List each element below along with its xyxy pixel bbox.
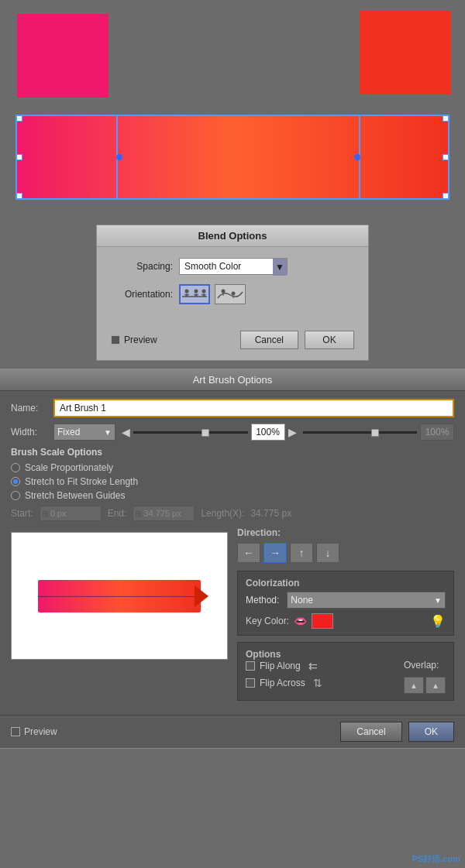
- flip-across-checkbox[interactable]: [246, 678, 255, 688]
- scale-proportionately-radio[interactable]: [11, 463, 20, 472]
- eyedropper-icon[interactable]: 👄: [294, 615, 307, 627]
- blend-dialog-wrapper: Blend Options Spacing: Smooth Color ▼ Or…: [0, 225, 465, 361]
- overlap-label: Overlap:: [404, 660, 439, 671]
- width-slider-thumb[interactable]: [202, 429, 209, 437]
- dir-btn-right[interactable]: →: [264, 543, 287, 563]
- orientation-btn-path[interactable]: [215, 284, 246, 304]
- start-spinner: ⊞: [40, 509, 50, 519]
- orientation-btn-align[interactable]: [179, 284, 210, 304]
- width-label: Width:: [11, 427, 53, 437]
- spacing-label: Spacing:: [111, 261, 173, 272]
- watermark: PS好活.com: [412, 853, 460, 865]
- key-color-swatch[interactable]: [312, 613, 333, 629]
- method-value: None: [291, 595, 313, 606]
- blend-preview-checkbox[interactable]: [111, 335, 120, 345]
- width-slider2[interactable]: [303, 427, 418, 437]
- svg-point-13: [202, 290, 206, 293]
- handle-ml: [16, 154, 22, 160]
- blend-dialog-body: Spacing: Smooth Color ▼ Orientation:: [97, 247, 368, 324]
- blend-preview-check: Preview: [111, 335, 157, 345]
- stretch-between-label: Stretch Between Guides: [25, 490, 125, 501]
- stretch-between-row: Stretch Between Guides: [11, 490, 454, 501]
- center-dot-left: [116, 154, 122, 160]
- options-section: Options Flip Along ⇇ Flip Across: [237, 642, 454, 701]
- width-slider[interactable]: [133, 427, 248, 437]
- end-label: End:: [108, 508, 127, 519]
- dir-btn-down[interactable]: ↓: [316, 543, 339, 563]
- art-footer-buttons: Cancel OK: [340, 722, 454, 742]
- blend-dialog-buttons: Cancel OK: [240, 331, 354, 349]
- width-value: Fixed: [57, 427, 80, 437]
- start-label: Start:: [11, 508, 33, 519]
- art-brush-dialog-title: Art Brush Options: [0, 369, 465, 391]
- options-title: Options: [246, 649, 446, 660]
- art-dialog-body: Name: Width: Fixed ▼ ◀ 100% ▶: [0, 391, 465, 715]
- art-ok-button[interactable]: OK: [408, 722, 454, 742]
- orientation-icons: [179, 284, 246, 304]
- flip-col: Flip Along ⇇ Flip Across ⇅: [246, 660, 404, 694]
- method-label: Method:: [246, 595, 279, 606]
- width-percent2-value: 100%: [425, 427, 450, 437]
- flip-along-icon: ⇇: [308, 660, 318, 672]
- handle-mr: [443, 154, 449, 160]
- colorization-title: Colorization: [246, 578, 446, 588]
- spacing-value: Smooth Color: [184, 261, 241, 272]
- width-row: Width: Fixed ▼ ◀ 100% ▶: [11, 424, 454, 441]
- handle-bl: [16, 193, 22, 199]
- end-value: 34.775 px: [143, 509, 181, 518]
- light-icon: 💡: [430, 614, 446, 629]
- blend-dialog: Blend Options Spacing: Smooth Color ▼ Or…: [96, 225, 369, 361]
- length-value: 34.775 px: [250, 508, 291, 519]
- direction-title: Direction:: [237, 527, 454, 538]
- svg-point-19: [222, 290, 226, 293]
- name-input[interactable]: [53, 399, 454, 417]
- spacing-select-arrow: ▼: [273, 259, 287, 276]
- blend-dialog-footer: Preview Cancel OK: [97, 324, 368, 360]
- art-brush-dialog: Art Brush Options Name: Width: Fixed ▼ ◀…: [0, 369, 465, 749]
- preview-area: [11, 532, 228, 660]
- width-slider2-thumb[interactable]: [371, 429, 379, 437]
- key-color-label: Key Color:: [246, 616, 289, 626]
- overlap-btn-2[interactable]: ▲: [425, 677, 446, 694]
- red-square: [360, 11, 451, 94]
- blend-cancel-button[interactable]: Cancel: [240, 331, 298, 349]
- center-dot-right: [354, 154, 360, 160]
- start-end-row: Start: ⊞ 0 px End: ⊞ 34.775 px Length(X)…: [11, 506, 454, 521]
- end-spinner: ⊞: [133, 509, 143, 519]
- orientation-path-icon: [216, 286, 244, 303]
- handle-br: [443, 193, 449, 199]
- stretch-to-fit-label: Stretch to Fit Stroke Length: [25, 476, 138, 487]
- art-preview-checkbox[interactable]: [11, 727, 20, 736]
- blend-bar-container: [16, 115, 450, 200]
- key-color-row: Key Color: 👄 💡: [246, 613, 446, 629]
- options-inner-row: Flip Along ⇇ Flip Across ⇅ Overlap:: [246, 660, 446, 694]
- overlap-col: Overlap: ▲ ▲: [404, 660, 446, 694]
- flip-across-label: Flip Across: [260, 678, 305, 688]
- svg-point-7: [195, 290, 198, 293]
- width-percent-input[interactable]: 100%: [251, 424, 285, 441]
- stretch-between-radio[interactable]: [11, 491, 20, 500]
- art-cancel-button[interactable]: Cancel: [340, 722, 401, 742]
- art-preview-check: Preview: [11, 726, 57, 737]
- overlap-btn-1[interactable]: ▲: [404, 677, 424, 694]
- name-label: Name:: [11, 403, 53, 413]
- method-select[interactable]: None ▼: [287, 592, 446, 609]
- flip-along-checkbox[interactable]: [246, 661, 255, 671]
- dir-btn-left[interactable]: ←: [237, 543, 260, 563]
- canvas-area: [0, 0, 465, 225]
- start-value: 0 px: [50, 509, 67, 518]
- start-input: ⊞ 0 px: [40, 506, 102, 521]
- two-col-area: Direction: ← → ↑ ↓ Colorization Method: …: [11, 527, 454, 707]
- direction-section: Direction: ← → ↑ ↓: [237, 527, 454, 563]
- method-select-caret: ▼: [434, 596, 442, 605]
- stretch-to-fit-radio[interactable]: [11, 477, 20, 486]
- dir-btn-up[interactable]: ↑: [290, 543, 313, 563]
- name-row: Name:: [11, 399, 454, 417]
- orientation-align-icon: [181, 286, 208, 303]
- spacing-select[interactable]: Smooth Color ▼: [179, 258, 288, 275]
- width-select[interactable]: Fixed ▼: [53, 424, 115, 441]
- blend-ok-button[interactable]: OK: [305, 331, 354, 349]
- preview-brush: [38, 580, 201, 612]
- art-preview-label: Preview: [24, 726, 57, 737]
- length-label: Length(X):: [201, 508, 244, 519]
